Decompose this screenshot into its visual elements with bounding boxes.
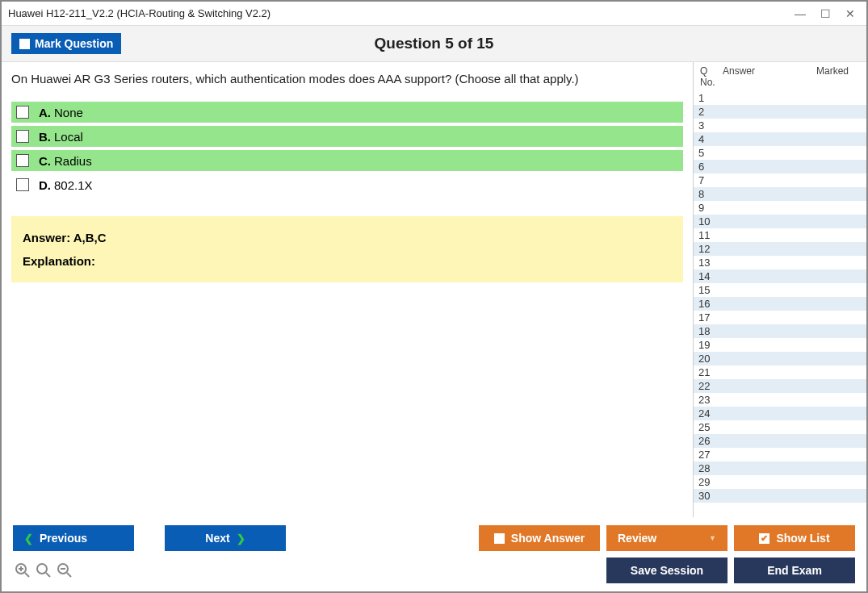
dropdown-icon: ▼ [709,534,716,542]
list-item-number: 10 [694,215,721,228]
option-text: Local [54,130,83,144]
previous-label: Previous [40,532,87,545]
svg-line-7 [67,573,71,577]
previous-button[interactable]: ❮ Previous [13,525,134,551]
option-row[interactable]: C. Radius [11,150,683,171]
list-item[interactable]: 15 [694,283,866,297]
list-item[interactable]: 27 [694,448,866,461]
list-item[interactable]: 2 [694,105,866,119]
list-item[interactable]: 4 [694,132,866,146]
list-item-number: 26 [694,435,721,447]
list-item[interactable]: 19 [694,338,866,352]
list-item-number: 2 [694,106,721,118]
list-item-number: 28 [694,462,721,474]
zoom-out-icon[interactable] [57,562,73,578]
review-button[interactable]: Review ▼ [606,525,728,551]
show-answer-button[interactable]: Show Answer [479,525,600,551]
save-session-label: Save Session [631,564,703,577]
list-item[interactable]: 8 [694,187,866,201]
list-item-number: 16 [694,298,721,310]
option-row[interactable]: D. 802.1X [11,174,683,195]
list-item-number: 4 [694,133,721,145]
question-list[interactable]: 1234567891011121314151617181920212223242… [694,91,866,517]
header-bar: Mark Question Question 5 of 15 [2,26,866,62]
list-item-number: 11 [694,229,721,241]
list-item-number: 9 [694,202,721,214]
list-item[interactable]: 7 [694,173,866,187]
app-window: Huawei H12-211_V2.2 (HCIA-Routing & Swit… [0,0,868,593]
list-item[interactable]: 12 [694,242,866,256]
chevron-right-icon: ❯ [237,532,245,545]
list-item-number: 19 [694,339,721,351]
list-item[interactable]: 23 [694,393,866,407]
zoom-in-icon[interactable] [15,562,31,578]
list-item[interactable]: 11 [694,228,866,242]
list-item[interactable]: 29 [694,475,866,489]
end-exam-button[interactable]: End Exam [734,558,855,583]
list-item[interactable]: 25 [694,420,866,434]
save-session-button[interactable]: Save Session [606,558,728,583]
explanation-label: Explanation: [23,254,672,268]
option-text: Radius [54,154,92,168]
maximize-icon[interactable]: ☐ [820,7,831,20]
list-item[interactable]: 22 [694,379,866,393]
option-checkbox[interactable] [16,178,29,191]
list-item-number: 22 [694,380,721,392]
list-item-number: 30 [694,490,721,502]
chevron-left-icon: ❮ [24,532,33,545]
option-letter: C. [39,154,51,168]
option-checkbox[interactable] [16,106,29,119]
list-item-number: 21 [694,366,721,378]
option-letter: A. [39,106,51,119]
show-list-button[interactable]: ✔ Show List [734,525,855,551]
end-exam-label: End Exam [767,564,822,577]
list-item[interactable]: 26 [694,434,866,448]
list-item[interactable]: 24 [694,407,866,420]
list-item[interactable]: 13 [694,256,866,269]
list-item[interactable]: 17 [694,311,866,324]
list-item-number: 17 [694,311,721,324]
mark-question-label: Mark Question [35,37,113,50]
minimize-icon[interactable]: — [795,7,806,20]
list-item[interactable]: 21 [694,365,866,379]
option-text: 802.1X [54,178,93,192]
list-item-number: 6 [694,161,721,173]
list-item[interactable]: 3 [694,119,866,132]
svg-line-1 [25,573,29,577]
footer: ❮ Previous Next ❯ Show Answer Review ▼ ✔… [2,517,866,591]
list-item[interactable]: 6 [694,160,866,173]
list-item[interactable]: 16 [694,297,866,311]
list-item[interactable]: 9 [694,201,866,215]
list-item[interactable]: 1 [694,91,866,105]
option-letter: B. [39,130,51,144]
option-letter: D. [39,178,51,192]
list-item-number: 12 [694,243,721,255]
close-icon[interactable]: ✕ [845,7,855,20]
list-item-number: 1 [694,92,721,104]
zoom-reset-icon[interactable] [36,562,52,578]
next-button[interactable]: Next ❯ [165,525,286,551]
list-item[interactable]: 28 [694,461,866,475]
list-item-number: 14 [694,270,721,282]
footer-row-2: Save Session End Exam [13,558,855,583]
list-item-number: 20 [694,353,721,365]
list-item[interactable]: 10 [694,215,866,228]
list-item[interactable]: 20 [694,352,866,365]
list-item-number: 23 [694,394,721,406]
option-row[interactable]: A. None [11,102,683,123]
list-item[interactable]: 5 [694,146,866,160]
list-item-number: 27 [694,449,721,461]
window-title: Huawei H12-211_V2.2 (HCIA-Routing & Swit… [8,7,795,19]
svg-line-5 [46,573,50,577]
option-checkbox[interactable] [16,130,29,143]
option-row[interactable]: B. Local [11,126,683,147]
list-item[interactable]: 30 [694,489,866,503]
list-item[interactable]: 14 [694,269,866,283]
zoom-controls [13,562,73,578]
footer-row-1: ❮ Previous Next ❯ Show Answer Review ▼ ✔… [13,525,855,551]
list-item-number: 24 [694,407,721,420]
option-checkbox[interactable] [16,154,29,167]
answer-text: Answer: A,B,C [23,231,672,244]
list-item[interactable]: 18 [694,324,866,338]
mark-question-button[interactable]: Mark Question [11,33,121,54]
